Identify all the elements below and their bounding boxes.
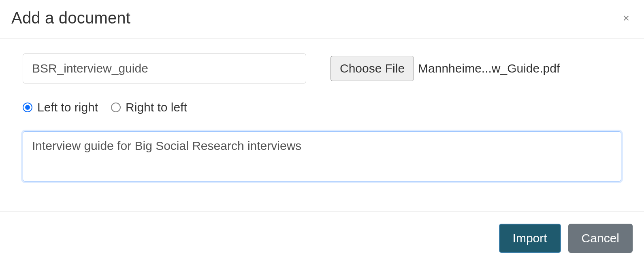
import-button[interactable]: Import [499, 224, 561, 253]
modal-header: Add a document × [0, 0, 644, 39]
chosen-file-name: Mannheime...w_Guide.pdf [418, 62, 560, 75]
radio-circle-icon [111, 103, 121, 112]
modal-title: Add a document [11, 9, 130, 27]
document-name-input[interactable] [23, 53, 306, 83]
modal-body: Choose File Mannheime...w_Guide.pdf Left… [0, 39, 644, 211]
radio-rtl[interactable]: Right to left [111, 100, 187, 114]
radio-rtl-label: Right to left [126, 100, 187, 114]
radio-dot-icon [25, 105, 30, 110]
choose-file-button[interactable]: Choose File [331, 56, 414, 81]
row-name-file: Choose File Mannheime...w_Guide.pdf [23, 53, 621, 83]
modal-footer: Import Cancel [0, 211, 644, 265]
radio-circle-icon [23, 103, 32, 112]
radio-ltr[interactable]: Left to right [23, 100, 98, 114]
cancel-button[interactable]: Cancel [568, 224, 633, 253]
text-direction-radio-group: Left to right Right to left [23, 100, 621, 114]
radio-ltr-label: Left to right [37, 100, 98, 114]
close-icon[interactable]: × [620, 11, 633, 26]
add-document-modal: Add a document × Choose File Mannheime..… [0, 0, 644, 265]
description-textarea[interactable] [23, 131, 621, 182]
file-chooser-group: Choose File Mannheime...w_Guide.pdf [331, 56, 560, 81]
